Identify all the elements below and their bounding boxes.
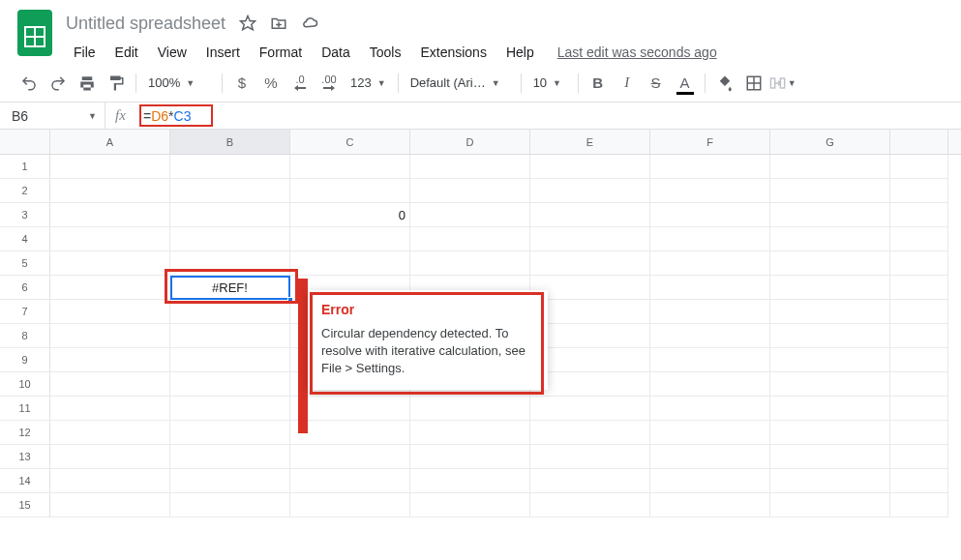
cell-f1[interactable]: [650, 155, 770, 179]
col-header-end[interactable]: [890, 130, 948, 154]
cell-f5[interactable]: [650, 251, 770, 276]
cell-g14[interactable]: [770, 469, 890, 493]
doc-title[interactable]: Untitled spreadsheet: [66, 14, 225, 34]
cell-g9[interactable]: [770, 348, 890, 372]
cell-a12[interactable]: [50, 421, 170, 445]
cell-a15[interactable]: [50, 493, 170, 517]
cell-c13[interactable]: [290, 445, 410, 469]
cell-e5[interactable]: [530, 251, 650, 276]
col-header-e[interactable]: E: [530, 130, 650, 154]
cell-g1[interactable]: [770, 155, 890, 179]
cell-c14[interactable]: [290, 469, 410, 493]
col-header-c[interactable]: C: [290, 130, 410, 154]
paint-format-button[interactable]: [103, 70, 130, 97]
cell-a6[interactable]: [50, 276, 170, 300]
number-format-select[interactable]: 123▼: [345, 70, 392, 97]
currency-button[interactable]: $: [228, 70, 255, 97]
cell-a3[interactable]: [50, 203, 170, 227]
cell-a4[interactable]: [50, 227, 170, 251]
col-header-a[interactable]: A: [50, 130, 170, 154]
cell-h11[interactable]: [890, 397, 948, 421]
menu-help[interactable]: Help: [498, 41, 542, 64]
cell-b5[interactable]: [170, 251, 290, 276]
cell-f2[interactable]: [650, 179, 770, 203]
menu-insert[interactable]: Insert: [198, 41, 248, 64]
row-header-11[interactable]: 11: [0, 397, 50, 421]
borders-button[interactable]: [740, 70, 767, 97]
menu-view[interactable]: View: [150, 41, 195, 64]
merge-button[interactable]: ▼: [769, 70, 796, 97]
cell-e7[interactable]: [530, 300, 650, 324]
row-header-13[interactable]: 13: [0, 445, 50, 469]
cell-c15[interactable]: [290, 493, 410, 517]
fill-handle[interactable]: [287, 297, 293, 303]
cell-b11[interactable]: [170, 397, 290, 421]
row-header-15[interactable]: 15: [0, 493, 50, 517]
cell-h7[interactable]: [890, 300, 948, 324]
grid-body[interactable]: 0 #REF! Error Circular dependency detect…: [50, 155, 961, 517]
cell-f6[interactable]: [650, 276, 770, 300]
strikethrough-button[interactable]: S: [643, 70, 670, 97]
cell-h5[interactable]: [890, 251, 948, 276]
cell-c1[interactable]: [290, 155, 410, 179]
font-select[interactable]: Default (Ari…▼: [405, 70, 515, 97]
cell-e11[interactable]: [530, 397, 650, 421]
cell-f11[interactable]: [650, 397, 770, 421]
cell-h12[interactable]: [890, 421, 948, 445]
cell-g7[interactable]: [770, 300, 890, 324]
cell-c3[interactable]: 0: [290, 203, 410, 227]
row-header-12[interactable]: 12: [0, 421, 50, 445]
cell-a1[interactable]: [50, 155, 170, 179]
redo-button[interactable]: [45, 70, 72, 97]
cell-b12[interactable]: [170, 421, 290, 445]
cell-f15[interactable]: [650, 493, 770, 517]
cell-a8[interactable]: [50, 324, 170, 348]
cell-h9[interactable]: [890, 348, 948, 372]
name-box[interactable]: B6 ▼: [0, 108, 105, 124]
cell-g6[interactable]: [770, 276, 890, 300]
cell-d1[interactable]: [410, 155, 530, 179]
cell-f7[interactable]: [650, 300, 770, 324]
cell-g2[interactable]: [770, 179, 890, 203]
cell-e8[interactable]: [530, 324, 650, 348]
cell-b4[interactable]: [170, 227, 290, 251]
cell-b3[interactable]: [170, 203, 290, 227]
percent-button[interactable]: %: [257, 70, 285, 97]
cell-h3[interactable]: [890, 203, 948, 227]
col-header-f[interactable]: F: [650, 130, 770, 154]
cell-d2[interactable]: [410, 179, 530, 203]
cell-c4[interactable]: [290, 227, 410, 251]
cell-b6[interactable]: #REF!: [170, 276, 290, 300]
cell-d4[interactable]: [410, 227, 530, 251]
cell-h4[interactable]: [890, 227, 948, 251]
menu-tools[interactable]: Tools: [362, 41, 409, 64]
cell-d11[interactable]: [410, 397, 530, 421]
cell-b2[interactable]: [170, 179, 290, 203]
cell-f4[interactable]: [650, 227, 770, 251]
cell-h8[interactable]: [890, 324, 948, 348]
row-header-9[interactable]: 9: [0, 348, 50, 372]
row-header-4[interactable]: 4: [0, 227, 50, 251]
cell-e14[interactable]: [530, 469, 650, 493]
undo-button[interactable]: [15, 70, 43, 97]
cell-h2[interactable]: [890, 179, 948, 203]
cell-a7[interactable]: [50, 300, 170, 324]
cell-f12[interactable]: [650, 421, 770, 445]
cell-h14[interactable]: [890, 469, 948, 493]
cell-h15[interactable]: [890, 493, 948, 517]
cell-e4[interactable]: [530, 227, 650, 251]
cell-c2[interactable]: [290, 179, 410, 203]
cell-a14[interactable]: [50, 469, 170, 493]
cell-a11[interactable]: [50, 397, 170, 421]
sheets-logo[interactable]: [15, 8, 54, 58]
cell-c11[interactable]: [290, 397, 410, 421]
cell-a13[interactable]: [50, 445, 170, 469]
cell-e9[interactable]: [530, 348, 650, 372]
cell-c5[interactable]: [290, 251, 410, 276]
cell-d14[interactable]: [410, 469, 530, 493]
cell-g13[interactable]: [770, 445, 890, 469]
cell-d5[interactable]: [410, 251, 530, 276]
cell-e3[interactable]: [530, 203, 650, 227]
cell-b14[interactable]: [170, 469, 290, 493]
col-header-b[interactable]: B: [170, 130, 290, 154]
